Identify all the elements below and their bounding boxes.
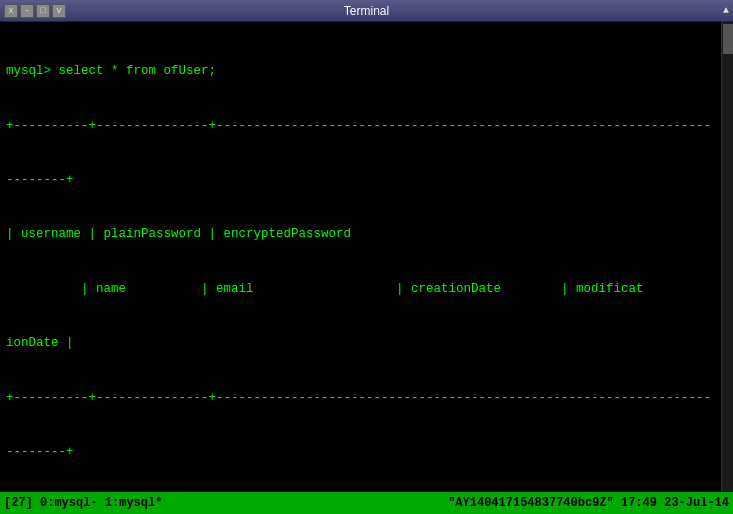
scrollbar-thumb[interactable] xyxy=(723,24,733,54)
line-6: ionDate | xyxy=(6,334,727,352)
maximize-button[interactable]: □ xyxy=(36,4,50,18)
line-8: --------+ xyxy=(6,443,727,461)
titlebar-controls[interactable]: x - □ v xyxy=(4,4,66,18)
line-7: +----------+---------------+------------… xyxy=(6,389,727,407)
terminal-output: mysql> select * from ofUser; +----------… xyxy=(0,24,733,492)
line-2: +----------+---------------+------------… xyxy=(6,117,727,135)
status-right: "AY140417154837740bc9Z" 17:49 23-Jul-14 xyxy=(448,496,729,510)
titlebar: x - □ v Terminal ▲ xyxy=(0,0,733,22)
minimize-button[interactable]: - xyxy=(20,4,34,18)
line-5: | name | email | creationDate | modifica… xyxy=(6,280,727,298)
line-3: --------+ xyxy=(6,171,727,189)
scroll-indicator: ▲ xyxy=(723,5,729,16)
statusbar: [27] 0:mysql- 1:mysql* "AY14041715483774… xyxy=(0,492,733,514)
line-1: mysql> select * from ofUser; xyxy=(6,62,727,80)
close-button[interactable]: x xyxy=(4,4,18,18)
line-4: | username | plainPassword | encryptedPa… xyxy=(6,225,727,243)
status-left: [27] 0:mysql- 1:mysql* xyxy=(4,496,162,510)
scrollbar[interactable] xyxy=(721,22,733,492)
window-title: Terminal xyxy=(344,4,389,18)
terminal-area[interactable]: mysql> select * from ofUser; +----------… xyxy=(0,22,733,492)
menu-button[interactable]: v xyxy=(52,4,66,18)
